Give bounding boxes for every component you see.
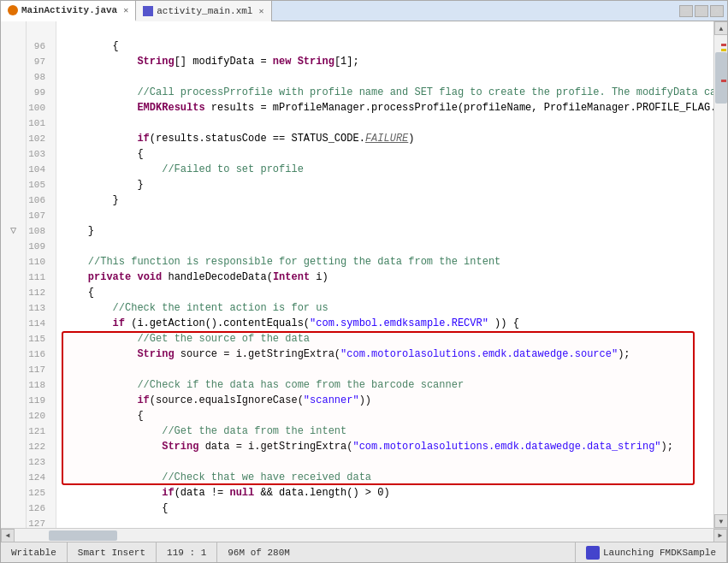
java-icon — [8, 5, 18, 15]
error-marker-2 — [721, 80, 726, 82]
maximize-button[interactable]: □ — [695, 5, 708, 17]
code-line — [63, 69, 707, 85]
code-line: //Get the source of the data — [63, 331, 707, 347]
line-numbers: 9697989910010110210310410510610710810911… — [27, 21, 56, 528]
tab-close-java[interactable]: ✕ — [123, 5, 128, 15]
code-line: { — [63, 408, 707, 424]
xml-icon — [143, 6, 153, 16]
cursor-position: 119 : 1 — [157, 542, 217, 562]
horizontal-scrollbar[interactable]: ◀ ▶ — [1, 528, 727, 542]
code-line: //Failed to set profile — [63, 162, 707, 177]
h-scroll-track[interactable] — [15, 530, 713, 542]
close-button[interactable]: ✕ — [710, 5, 724, 17]
code-line: } — [63, 223, 707, 239]
code-line: if(data != null && data.length() > 0) — [63, 485, 707, 501]
fold-arrow-111[interactable]: ▽ — [10, 223, 16, 239]
code-line: //Call processPrrofile with profile name… — [63, 85, 707, 100]
fold-gutter: ▽ — [1, 21, 27, 528]
code-line — [63, 208, 707, 223]
code-line — [63, 362, 707, 377]
scroll-track[interactable] — [714, 35, 727, 514]
code-line — [63, 516, 707, 528]
scroll-up-button[interactable]: ▲ — [714, 21, 727, 35]
window-controls: — □ ✕ — [679, 5, 724, 17]
code-line: EMDKResults results = mProfileManager.pr… — [63, 100, 707, 116]
launch-icon — [586, 546, 600, 560]
tab-label-java: MainActivity.java — [21, 5, 117, 15]
writable-status: Writable — [1, 542, 68, 562]
tab-main-java[interactable]: MainActivity.java ✕ — [1, 1, 136, 21]
code-line: //Check that we have received data — [63, 470, 707, 485]
code-line: { — [63, 501, 707, 516]
code-line — [63, 239, 707, 254]
code-line: String source = i.getStringExtra("com.mo… — [63, 347, 707, 362]
code-line: String data = i.getStringExtra("com.moto… — [63, 439, 707, 454]
scroll-down-button[interactable]: ▼ — [714, 514, 727, 528]
insert-mode-status: Smart Insert — [68, 542, 157, 562]
code-line: { — [63, 285, 707, 300]
memory-status: 96M of 280M — [217, 542, 576, 562]
minimize-button[interactable]: — — [679, 5, 693, 17]
status-bar: Writable Smart Insert 119 : 1 96M of 280… — [1, 542, 727, 562]
code-line: } — [63, 177, 707, 193]
scroll-left-button[interactable]: ◀ — [1, 529, 15, 542]
tab-label-xml: activity_main.xml — [157, 6, 252, 16]
code-line: //Check if the data has come from the ba… — [63, 377, 707, 393]
code-line: if(source.equalsIgnoreCase("scanner")) — [63, 393, 707, 408]
scroll-right-button[interactable]: ▶ — [713, 529, 727, 542]
code-line: String[] modifyData = new String[1]; — [63, 54, 707, 69]
code-line: //Get the data from the intent — [63, 424, 707, 439]
h-scroll-thumb[interactable] — [49, 530, 117, 541]
code-scroll-area[interactable]: { String[] modifyData = new String[1]; /… — [56, 21, 713, 528]
code-line: } — [63, 193, 707, 208]
tab-close-xml[interactable]: ✕ — [258, 6, 263, 16]
code-line: //Check the intent action is for us — [63, 300, 707, 316]
code-line — [63, 454, 707, 470]
main-window: MainActivity.java ✕ activity_main.xml ✕ … — [0, 0, 728, 563]
code-line: if(results.statusCode == STATUS_CODE.FAI… — [63, 131, 707, 146]
code-line: if (i.getAction().contentEquals("com.sym… — [63, 316, 707, 331]
tab-activity-xml[interactable]: activity_main.xml ✕ — [136, 1, 271, 21]
code-line — [63, 116, 707, 131]
code-line: { — [63, 39, 707, 54]
warning-marker — [721, 49, 726, 51]
launch-status: Launching FMDKSample — [576, 542, 727, 562]
code-line: private void handleDecodeData(Intent i) — [63, 270, 707, 285]
right-scrollbar[interactable]: ▲ ▼ — [713, 21, 727, 528]
error-marker — [721, 44, 726, 46]
tab-bar: MainActivity.java ✕ activity_main.xml ✕ … — [1, 1, 727, 21]
code-line: { — [63, 146, 707, 162]
code-line: //This function is responsible for getti… — [63, 254, 707, 270]
